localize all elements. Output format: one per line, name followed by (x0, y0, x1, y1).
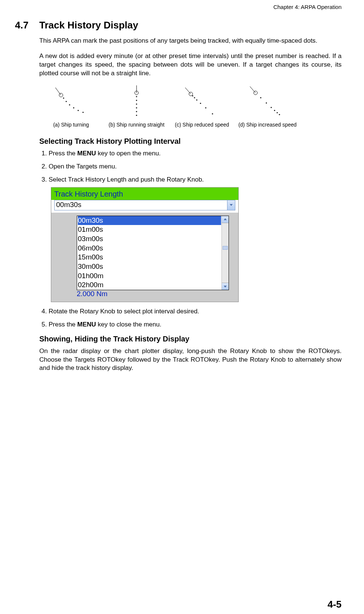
diagram-increased: (d) Ship increased speed (238, 85, 297, 128)
svg-point-5 (73, 107, 74, 108)
svg-point-22 (205, 107, 206, 108)
list-item[interactable]: 01m00s (78, 225, 229, 234)
para-intro-2: A new dot is added every minute (or at o… (39, 52, 342, 78)
step-3: Select Track History Length and push the… (49, 176, 342, 302)
step-4: Rotate the Rotary Knob to select plot in… (49, 307, 342, 316)
list-item[interactable]: 03m00s (78, 234, 229, 244)
list-item[interactable]: 06m00s (78, 244, 229, 253)
svg-point-18 (192, 95, 193, 96)
subsection-interval-heading: Selecting Track History Plotting Interva… (39, 137, 342, 146)
para-intro-1: This ARPA can mark the past positions of… (39, 37, 342, 45)
svg-point-10 (136, 96, 137, 97)
para-showhide: On the radar display or the chart plotte… (39, 347, 342, 373)
ui-title: Track History Length (51, 188, 238, 200)
svg-point-21 (200, 103, 201, 104)
svg-point-28 (270, 107, 272, 108)
svg-point-15 (136, 115, 137, 116)
step-5: Press the MENU key to close the menu. (49, 320, 342, 329)
section-title: 4.7Track History Display (15, 19, 342, 31)
body: This ARPA can mark the past positions of… (39, 37, 342, 373)
chapter-header: Chapter 4: ARPA Operation (15, 4, 342, 10)
ship-turning-icon (51, 85, 92, 120)
list-item[interactable]: 00m30s (78, 216, 221, 225)
diagram-straight: (b) Ship running straight (107, 85, 166, 128)
svg-point-26 (260, 97, 261, 98)
svg-point-27 (266, 102, 267, 103)
option-list[interactable]: 00m30s 01m00s 03m00s 06m00s 15m00s 30m00… (77, 216, 229, 291)
dropdown-icon[interactable] (227, 200, 235, 210)
svg-point-4 (69, 104, 70, 105)
ship-straight-icon (123, 85, 150, 120)
section-title-text: Track History Display (39, 19, 138, 31)
svg-point-14 (136, 111, 137, 112)
svg-point-13 (136, 107, 137, 108)
svg-line-17 (185, 88, 191, 94)
svg-point-2 (63, 97, 64, 98)
diagram-label: (b) Ship running straight (108, 122, 164, 128)
svg-point-31 (279, 114, 280, 115)
svg-point-30 (276, 112, 278, 113)
under-text: 2.000 Nm (77, 289, 235, 299)
svg-point-6 (77, 110, 79, 111)
diagram-label: (d) Ship increased speed (238, 122, 297, 128)
svg-point-11 (136, 100, 137, 101)
list-item[interactable]: 15m00s (78, 253, 229, 262)
step-2: Open the Targets menu. (49, 162, 342, 171)
diagram-label: (a) Ship turning (53, 122, 89, 128)
step-1: Press the MENU key to open the menu. (49, 149, 342, 158)
ui-panel: 00m30s 01m00s 03m00s 06m00s 15m00s 30m00… (51, 213, 238, 302)
subsection-showhide-heading: Showing, Hiding the Track History Displa… (39, 335, 342, 343)
svg-point-19 (194, 97, 195, 98)
scroll-down-icon[interactable] (222, 283, 229, 290)
diagram-turning: (a) Ship turning (41, 85, 101, 128)
svg-point-12 (136, 103, 137, 104)
scroll-up-icon[interactable] (222, 216, 229, 223)
diagram-row: (a) Ship turning (b) Ship running straig… (39, 85, 342, 128)
track-history-select[interactable]: 00m30s (54, 200, 235, 210)
track-history-ui: Track History Length 00m30s 00m30s 01m00… (51, 187, 239, 302)
ship-reduced-icon (180, 85, 224, 120)
svg-point-7 (82, 112, 83, 113)
list-item[interactable]: 02h00m (78, 280, 229, 290)
diagram-label: (c) Ship reduced speed (175, 122, 229, 128)
track-history-current: 00m30s (56, 201, 82, 209)
scrollbar[interactable] (221, 216, 229, 290)
list-item[interactable]: 01h00m (78, 271, 229, 281)
svg-point-20 (196, 99, 197, 100)
page: Chapter 4: ARPA Operation 4.7Track Histo… (0, 0, 364, 614)
svg-point-29 (274, 110, 275, 111)
steps-list: Press the MENU key to open the menu. Ope… (39, 149, 342, 329)
ship-increased-icon (245, 85, 290, 120)
svg-line-25 (250, 86, 256, 93)
scroll-thumb[interactable] (223, 246, 228, 250)
list-item[interactable]: 30m00s (78, 262, 229, 271)
diagram-reduced: (c) Ship reduced speed (172, 85, 232, 128)
svg-point-3 (65, 101, 67, 102)
svg-point-23 (212, 113, 213, 114)
section-number: 4.7 (15, 19, 39, 31)
page-number: 4-5 (327, 599, 342, 610)
svg-line-1 (55, 88, 61, 95)
